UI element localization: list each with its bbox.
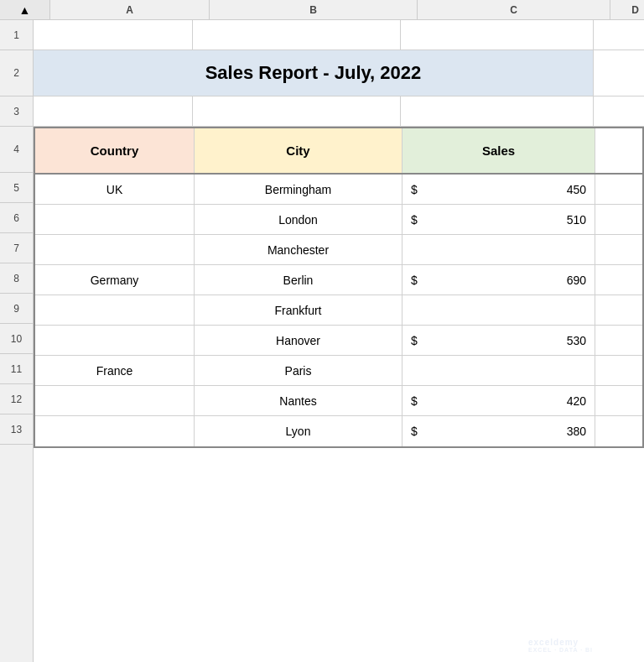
cell-country-france[interactable]: France xyxy=(35,356,195,385)
sales-amount: 450 xyxy=(567,183,586,196)
cell-country-empty-7[interactable] xyxy=(35,235,195,264)
row-num-7: 7 xyxy=(0,233,33,263)
watermark: exceldemy EXCEL · DATA · BI xyxy=(527,628,602,654)
col-header-b[interactable]: B xyxy=(210,0,418,19)
cell-sales-empty-11[interactable] xyxy=(402,356,595,385)
cell-city-hanover[interactable]: Hanover xyxy=(195,326,402,355)
dollar-sign: $ xyxy=(411,213,418,227)
cell-country-empty-10[interactable] xyxy=(35,326,195,355)
row-num-6: 6 xyxy=(0,203,33,233)
table-row: London $ 510 xyxy=(35,205,642,235)
dollar-sign: $ xyxy=(411,425,418,438)
header-country: Country xyxy=(35,128,195,173)
cell-city-paris[interactable]: Paris xyxy=(195,356,402,385)
sales-amount: 510 xyxy=(567,213,586,227)
row-num-1: 1 xyxy=(0,20,33,50)
table-row: Germany Berlin $ 690 xyxy=(35,265,642,295)
table-row: Nantes $ 420 xyxy=(35,386,642,416)
cell-country-empty-6[interactable] xyxy=(35,205,195,234)
row-num-9: 9 xyxy=(0,294,33,324)
header-sales: Sales xyxy=(402,128,595,173)
row-2: Sales Report - July, 2022 xyxy=(34,50,644,96)
col-header-d[interactable]: D xyxy=(610,0,644,19)
table-row: Frankfurt xyxy=(35,295,642,326)
spreadsheet: ▲ A B C D 1 2 3 4 5 6 7 8 9 10 11 12 13 xyxy=(0,0,644,662)
column-headers: ▲ A B C D xyxy=(0,0,644,20)
cell-city-nantes[interactable]: Nantes xyxy=(195,386,402,415)
grid-body: 1 2 3 4 5 6 7 8 9 10 11 12 13 Sales Repo xyxy=(0,20,644,662)
row-1 xyxy=(34,20,644,50)
cell-3-d[interactable] xyxy=(401,96,594,126)
cell-1-d[interactable] xyxy=(401,20,594,50)
row-num-11: 11 xyxy=(0,354,33,384)
row-num-8: 8 xyxy=(0,263,33,294)
row-num-13: 13 xyxy=(0,414,33,445)
table-row: Hanover $ 530 xyxy=(35,326,642,356)
sales-amount: 530 xyxy=(567,334,586,347)
row-num-3: 3 xyxy=(0,96,33,127)
row-3 xyxy=(34,96,644,127)
row-numbers: 1 2 3 4 5 6 7 8 9 10 11 12 13 xyxy=(0,20,34,662)
cell-3-c[interactable] xyxy=(193,96,401,126)
cell-city-berlin[interactable]: Berlin xyxy=(195,265,402,295)
corner-cell: ▲ xyxy=(0,0,50,19)
dollar-sign: $ xyxy=(411,274,418,287)
sales-amount: 690 xyxy=(567,274,586,287)
cell-city-london[interactable]: London xyxy=(195,205,402,234)
cell-country-uk[interactable]: UK xyxy=(35,175,195,204)
svg-text:EXCEL · DATA · BI: EXCEL · DATA · BI xyxy=(528,647,593,652)
row-num-5: 5 xyxy=(0,173,33,203)
col-header-c[interactable]: C xyxy=(418,0,610,19)
cell-1-c[interactable] xyxy=(193,20,401,50)
dollar-sign: $ xyxy=(411,394,418,408)
cell-3-b[interactable] xyxy=(34,96,193,126)
row-num-4: 4 xyxy=(0,127,33,173)
row-num-2: 2 xyxy=(0,50,33,96)
title-cell[interactable]: Sales Report - July, 2022 xyxy=(34,50,594,96)
cell-sales-empty-7[interactable] xyxy=(402,235,595,264)
cell-sales-530[interactable]: $ 530 xyxy=(402,326,595,355)
svg-text:exceldemy: exceldemy xyxy=(528,638,579,647)
cell-sales-empty-9[interactable] xyxy=(402,295,595,325)
cell-city-lyon[interactable]: Lyon xyxy=(195,416,402,446)
table-header-row: Country City Sales xyxy=(35,128,642,175)
cell-sales-510[interactable]: $ 510 xyxy=(402,205,595,234)
cell-sales-380[interactable]: $ 380 xyxy=(402,416,595,446)
cell-country-empty-9[interactable] xyxy=(35,295,195,325)
sales-amount: 420 xyxy=(567,394,586,408)
cell-sales-450[interactable]: $ 450 xyxy=(402,175,595,204)
table-row: Manchester xyxy=(35,235,642,265)
row-num-12: 12 xyxy=(0,384,33,414)
table-row: UK Bermingham $ 450 xyxy=(35,175,642,205)
cell-1-b[interactable] xyxy=(34,20,193,50)
cell-city-frankfurt[interactable]: Frankfurt xyxy=(195,295,402,325)
header-city: City xyxy=(195,128,402,173)
grid-content: Sales Report - July, 2022 Country City S… xyxy=(34,20,644,662)
cell-country-empty-13[interactable] xyxy=(35,416,195,446)
cell-city-manchester[interactable]: Manchester xyxy=(195,235,402,264)
cell-sales-420[interactable]: $ 420 xyxy=(402,386,595,415)
table-row: Lyon $ 380 xyxy=(35,416,642,446)
cell-city-bermingham[interactable]: Bermingham xyxy=(195,175,402,204)
row-num-10: 10 xyxy=(0,324,33,354)
dollar-sign: $ xyxy=(411,183,418,196)
table-row: France Paris xyxy=(35,356,642,386)
cell-country-empty-12[interactable] xyxy=(35,386,195,415)
dollar-sign: $ xyxy=(411,334,418,347)
sales-amount: 380 xyxy=(567,425,586,438)
cell-country-germany[interactable]: Germany xyxy=(35,265,195,295)
cell-sales-690[interactable]: $ 690 xyxy=(402,265,595,295)
col-header-a[interactable]: A xyxy=(50,0,210,19)
data-table: Country City Sales UK Bermingham $ 450 xyxy=(34,127,644,448)
